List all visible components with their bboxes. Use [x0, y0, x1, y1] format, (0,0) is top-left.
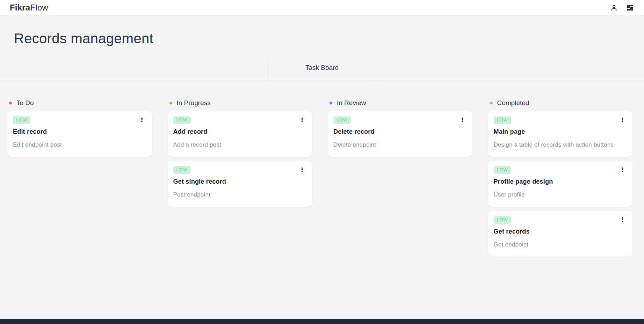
task-card[interactable]: LOW ⋮ Get single record Post endpoint: [168, 161, 312, 207]
column-title: In Progress: [177, 99, 211, 107]
tab-task-board[interactable]: Task Board: [268, 59, 376, 80]
priority-badge: LOW: [494, 166, 511, 174]
kebab-menu-icon[interactable]: ⋮: [618, 166, 627, 174]
card-title: Get records: [494, 228, 627, 235]
card-description: Add a record post: [173, 141, 307, 148]
task-card[interactable]: LOW ⋮ Edit record Edit endpoint post: [7, 111, 152, 157]
column-completed: Completed LOW ⋮ Main page Design a table…: [488, 99, 633, 257]
task-card[interactable]: LOW ⋮ Main page Design a table of record…: [488, 111, 633, 157]
status-dot: [330, 102, 332, 104]
card-title: Get single record: [173, 178, 307, 185]
priority-badge: LOW: [494, 216, 511, 224]
column-header: Completed: [488, 99, 633, 107]
app-logo[interactable]: FikraFlow: [10, 3, 48, 13]
task-card[interactable]: LOW ⋮ Profile page design User profile: [488, 161, 633, 207]
kebab-menu-icon[interactable]: ⋮: [618, 116, 627, 124]
card-title: Profile page design: [494, 178, 627, 185]
card-description: Get endpoint: [494, 241, 627, 248]
priority-badge: LOW: [333, 116, 351, 124]
card-title: Edit record: [13, 128, 146, 135]
card-description: User profile: [494, 191, 627, 198]
card-description: Delete endpoint: [333, 141, 467, 148]
column-title: In Review: [337, 99, 366, 107]
status-dot: [490, 102, 493, 104]
app-logo-bold: Fikra: [10, 3, 30, 12]
column-in-progress: In Progress LOW ⋮ Add record Add a recor…: [168, 99, 312, 257]
appbar-actions: [610, 3, 634, 12]
card-title: Add record: [173, 128, 307, 135]
column-header: To Do: [7, 99, 152, 107]
column-cards: LOW ⋮ Delete record Delete endpoint: [328, 111, 472, 157]
priority-badge: LOW: [494, 116, 511, 124]
card-title: Delete record: [333, 128, 467, 135]
column-cards: LOW ⋮ Main page Design a table of record…: [488, 111, 633, 257]
column-to-do: To Do LOW ⋮ Edit record Edit endpoint po…: [7, 99, 152, 257]
kebab-menu-icon[interactable]: ⋮: [298, 166, 306, 174]
card-title: Main page: [494, 128, 627, 135]
column-cards: LOW ⋮ Edit record Edit endpoint post: [7, 111, 152, 157]
task-card[interactable]: LOW ⋮ Delete record Delete endpoint: [328, 111, 472, 157]
column-in-review: In Review LOW ⋮ Delete record Delete end…: [328, 99, 472, 257]
priority-badge: LOW: [173, 166, 191, 174]
priority-badge: LOW: [173, 116, 191, 124]
column-title: Completed: [497, 99, 529, 107]
app-bar: FikraFlow: [0, 0, 644, 15]
kebab-menu-icon[interactable]: ⋮: [458, 116, 467, 124]
page-header: Records management: [0, 15, 644, 46]
kebab-menu-icon[interactable]: ⋮: [138, 116, 146, 124]
column-header: In Progress: [168, 99, 312, 107]
card-description: Design a table of records with action bu…: [494, 141, 627, 148]
status-dot: [9, 102, 12, 104]
kebab-menu-icon[interactable]: ⋮: [298, 116, 306, 124]
status-dot: [169, 102, 172, 104]
task-card[interactable]: LOW ⋮ Get records Get endpoint: [488, 211, 633, 257]
app-logo-light: Flow: [30, 3, 48, 12]
tab-bar: Task Board: [0, 59, 644, 80]
column-header: In Review: [328, 99, 472, 107]
card-description: Edit endpoint post: [13, 141, 146, 148]
task-card[interactable]: LOW ⋮ Add record Add a record post: [168, 111, 312, 157]
dashboard-grid-icon[interactable]: [626, 3, 634, 12]
column-title: To Do: [16, 99, 34, 107]
priority-badge: LOW: [13, 116, 30, 124]
bottom-bar: [0, 319, 644, 324]
task-board: To Do LOW ⋮ Edit record Edit endpoint po…: [0, 80, 644, 257]
kebab-menu-icon[interactable]: ⋮: [618, 216, 627, 223]
column-cards: LOW ⋮ Add record Add a record post LOW ⋮…: [168, 111, 312, 207]
page-title: Records management: [14, 31, 644, 46]
card-description: Post endpoint: [173, 191, 307, 198]
user-profile-icon[interactable]: [610, 3, 618, 12]
